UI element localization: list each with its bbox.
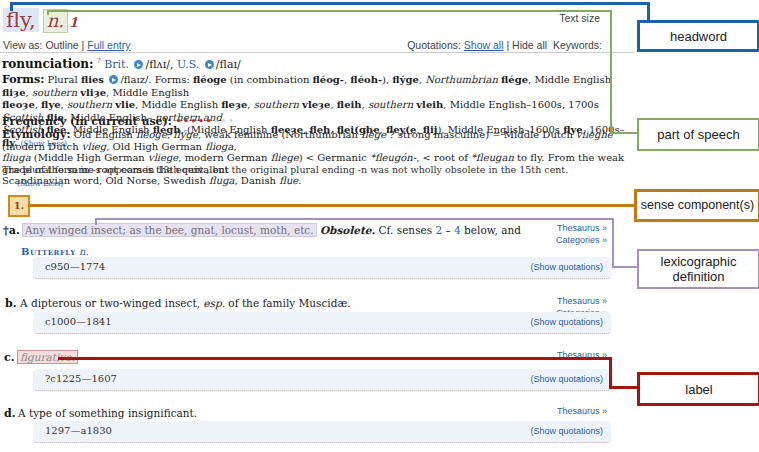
header-divider bbox=[0, 52, 634, 53]
plural-note: The plural form in -s appears in 13th ce… bbox=[2, 164, 632, 175]
text-segment: fliege bbox=[271, 152, 299, 163]
pronunciation-label: ronunciation: bbox=[2, 57, 93, 71]
show-quotations-link[interactable]: (Show quotations) bbox=[530, 262, 603, 272]
show-less-link[interactable]: (Show Less) bbox=[17, 179, 63, 188]
text-segment: A type of something insignificant. bbox=[18, 407, 197, 419]
text-segment: fleȝe bbox=[221, 99, 247, 110]
text-segment: fléog- bbox=[313, 74, 344, 85]
text-segment: , < root of bbox=[416, 152, 471, 163]
label-connector-line bbox=[609, 386, 638, 389]
inline-link[interactable]: 4 bbox=[454, 224, 461, 236]
text-segment bbox=[129, 58, 133, 71]
text-segment: flies bbox=[81, 74, 108, 85]
thesaurus-link[interactable]: Thesaurus » bbox=[495, 405, 607, 417]
text-segment bbox=[199, 58, 203, 71]
text-segment: fleoȝe bbox=[2, 99, 35, 110]
text-segment: , modern German bbox=[178, 152, 270, 163]
inline-link[interactable]: U.S. bbox=[177, 58, 199, 71]
sense-definition: A type of something insignificant. bbox=[18, 407, 197, 419]
text-segment: fliuga bbox=[2, 152, 31, 163]
text-segment: Northumbrian bbox=[425, 74, 501, 85]
text-segment: flye bbox=[41, 99, 60, 110]
headword-connector-line bbox=[10, 2, 650, 5]
headword-connector-line bbox=[10, 2, 13, 11]
text-segment: vlieg bbox=[82, 141, 106, 152]
text-segment: /flʌɪ/, bbox=[145, 58, 176, 71]
oed-entry-screenshot: fly,n.1 Text size View as: Outline | Ful… bbox=[0, 0, 759, 452]
callout-part-of-speech: part of speech bbox=[637, 118, 759, 151]
play-icon[interactable] bbox=[134, 60, 143, 69]
text-segment: *fleugón- bbox=[370, 152, 416, 163]
show-quotations-link[interactable]: (Show quotations) bbox=[530, 317, 603, 327]
pos-connector-line bbox=[47, 10, 612, 12]
text-segment: ? strong masculine) = Middle Dutch bbox=[386, 129, 576, 140]
thesaurus-link[interactable]: Thesaurus » bbox=[495, 295, 607, 307]
text-size-label: Text size bbox=[520, 12, 600, 24]
frequency-dots-filled: ••••• bbox=[175, 115, 212, 128]
text-segment: , weak feminine (Northumbrian bbox=[198, 129, 361, 140]
view-as-row: View as: Outline | Full entry bbox=[3, 39, 130, 51]
text-segment: vlieghe bbox=[576, 129, 613, 140]
text-segment: (in combination bbox=[227, 74, 313, 85]
quotation-bar: c950—1774 (Show quotations) bbox=[33, 257, 611, 279]
categories-link[interactable]: Categories » bbox=[495, 234, 607, 246]
text-segment: southern bbox=[32, 87, 80, 98]
full-entry-link[interactable]: Full entry bbox=[87, 39, 130, 51]
etymology-block: Etymology: Old English fléoge, flýge, we… bbox=[2, 129, 638, 187]
text-segment: A dipterous or two-winged insect, bbox=[20, 297, 203, 309]
play-icon[interactable] bbox=[109, 75, 118, 84]
text-segment: , bbox=[234, 141, 237, 152]
text-segment: ) < Germanic bbox=[299, 152, 370, 163]
text-segment: vliȝe bbox=[80, 87, 106, 98]
hide-all-link[interactable]: | Hide all bbox=[506, 39, 547, 51]
sense-definition: Any winged insect; as the bee, gnat, loc… bbox=[22, 224, 521, 236]
sense-marker: c. bbox=[4, 351, 15, 364]
text-segment: Cf. senses bbox=[375, 224, 435, 236]
quotation-date-range: 1297—a1830 bbox=[45, 425, 112, 436]
text-segment: vleȝe bbox=[302, 99, 330, 110]
label-connector-line bbox=[58, 357, 612, 360]
text-segment: flége bbox=[361, 129, 386, 140]
text-segment: fléoge bbox=[136, 129, 167, 140]
show-quotations-link[interactable]: (Show quotations) bbox=[530, 374, 603, 384]
text-segment: (Middle High German bbox=[31, 152, 148, 163]
text-segment: , Middle English–1600s, 1700s bbox=[443, 99, 599, 110]
sense-connector-line bbox=[28, 204, 635, 207]
thesaurus-link[interactable]: Thesaurus » bbox=[495, 222, 607, 234]
text-segment: , Old High German bbox=[106, 141, 205, 152]
quotation-date-range: ?c1225—1607 bbox=[45, 373, 117, 384]
text-segment: southern bbox=[254, 99, 302, 110]
frequency-row: Frequency (in current use): •••••••• bbox=[2, 115, 235, 128]
text-segment: flýge bbox=[392, 74, 418, 85]
text-segment: flége bbox=[501, 74, 528, 85]
homonym-number: 1 bbox=[69, 15, 78, 30]
cross-reference-link[interactable]: Butterfly n. bbox=[21, 246, 89, 257]
show-quotations-link[interactable]: (Show quotations) bbox=[530, 426, 603, 436]
text-segment: fluga bbox=[209, 175, 234, 186]
text-segment: of the family Muscidæ. bbox=[225, 297, 351, 309]
inline-link[interactable]: Brit. bbox=[104, 58, 129, 71]
pos-connector-line bbox=[610, 10, 612, 134]
play-icon[interactable] bbox=[205, 60, 214, 69]
pronunciation-row: ronunciation: ? Brit. /flʌɪ/, U.S. /flaɪ… bbox=[2, 57, 241, 71]
text-segment: fliȝe bbox=[2, 87, 26, 98]
callout-headword: headword bbox=[637, 20, 759, 52]
text-segment: , Middle English bbox=[106, 87, 189, 98]
pronunciation-text: ? Brit. /flʌɪ/, U.S. /flaɪ/ bbox=[97, 58, 241, 71]
text-segment: fléoh- bbox=[350, 74, 382, 85]
text-segment: , Middle English bbox=[135, 99, 221, 110]
text-segment: flýge bbox=[173, 129, 198, 140]
frequency-label: Frequency (in current use): bbox=[2, 115, 172, 128]
text-segment: , Middle English bbox=[528, 74, 611, 85]
text-segment: , Danish bbox=[235, 175, 280, 186]
sense-marker: d. bbox=[4, 407, 16, 420]
quotation-bar: 1297—a1830 (Show quotations) bbox=[33, 421, 611, 443]
sense-side-links: Thesaurus » Categories » bbox=[495, 222, 607, 246]
sense-definition: A dipterous or two-winged insect, esp. o… bbox=[20, 297, 351, 309]
text-segment: esp. bbox=[203, 297, 225, 309]
text-segment: ), bbox=[382, 74, 392, 85]
text-segment: vlie bbox=[115, 99, 135, 110]
show-all-link[interactable]: Show all bbox=[464, 39, 504, 51]
text-segment: Old English bbox=[71, 129, 136, 140]
quotation-bar: ?c1225—1607 (Show quotations) bbox=[33, 369, 611, 391]
